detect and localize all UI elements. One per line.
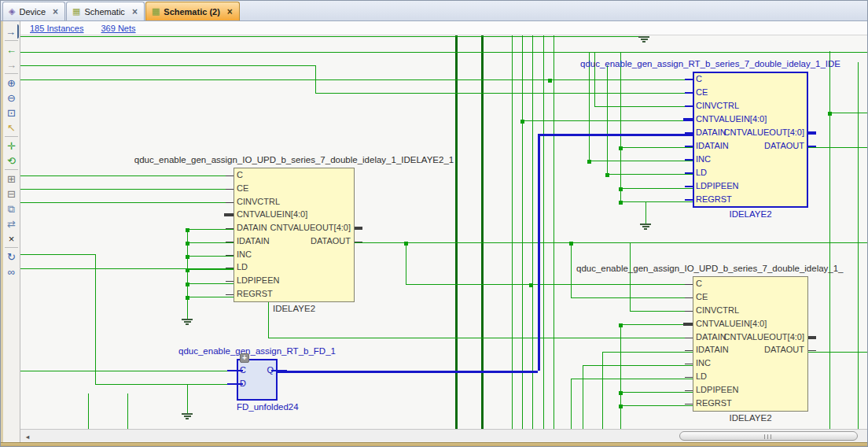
port-pin[interactable] [226,228,234,229]
port-q[interactable]: Q [237,365,274,375]
wire[interactable] [607,174,693,175]
wire[interactable] [187,242,234,243]
port-cinvctrl[interactable]: CINVCTRL [237,197,280,206]
port-c[interactable]: C [696,279,702,288]
port-pin[interactable] [808,336,816,339]
port-pin[interactable] [685,159,693,161]
wire[interactable] [602,352,693,353]
tab-schematic-2-[interactable]: ▦Schematic (2)× [145,2,240,20]
fit-selection-icon[interactable]: ✛ [4,139,19,153]
wire[interactable] [554,35,554,429]
port-cntvaluein-4-0-[interactable]: CNTVALUEIN[4:0] [696,319,767,328]
port-pin[interactable] [808,131,816,135]
port-pin[interactable] [685,105,693,107]
port-pin[interactable] [355,227,362,230]
instance-name-idelaye2-io2[interactable]: qduc_enable_gen_assign_IO_UPD_b_series_7… [576,264,868,273]
wire[interactable] [532,35,533,429]
port-cinvctrl[interactable]: CINVCTRL [696,101,739,110]
wire[interactable] [620,324,621,429]
port-pin[interactable] [226,242,234,242]
port-ldpipeen[interactable]: LDPIPEEN [696,385,738,394]
instance-name-idelaye2-rt[interactable]: qduc_enable_gen_assign_RT_b_series_7_dou… [580,59,868,68]
wire[interactable] [187,256,234,257]
port-pin[interactable] [685,146,693,147]
wire[interactable] [620,201,693,202]
port-pin[interactable] [685,284,693,285]
wire[interactable] [20,202,234,203]
wire[interactable] [187,269,234,270]
dock-icon[interactable]: → [4,24,19,39]
wire[interactable] [187,283,234,284]
port-ce[interactable]: CE [237,183,248,193]
port-pin[interactable] [226,268,234,268]
port-pin[interactable] [685,404,693,405]
port-pin[interactable] [271,370,287,371]
port-pin[interactable] [685,132,693,134]
wire[interactable] [88,393,89,429]
port-pin[interactable] [685,172,693,174]
wire[interactable] [20,371,237,371]
tab-close-icon[interactable]: × [132,6,138,17]
port-ce[interactable]: CE [696,87,708,97]
add-net-connection-icon[interactable]: ⇄ [4,216,19,231]
wire[interactable] [571,242,572,297]
instance-name-idelaye2-1[interactable]: qduc_enable_gen_assign_IO_UPD_b_series_7… [105,155,483,164]
expand-badge-icon[interactable]: + [240,353,249,363]
wire[interactable] [645,201,646,224]
wire[interactable] [187,384,188,413]
zoom-out-icon[interactable]: ⊖ [4,91,19,105]
wire[interactable] [620,52,621,201]
port-pin[interactable] [226,202,234,203]
port-pin[interactable] [683,323,693,326]
port-pin[interactable] [685,92,693,94]
regenerate-layout-icon[interactable]: ↻ [4,249,19,264]
port-pin[interactable] [226,189,234,190]
wire[interactable] [620,324,693,325]
wire[interactable] [187,297,234,297]
scrollbar-thumb[interactable] [679,431,858,441]
wire[interactable] [571,379,572,429]
port-ld[interactable]: LD [696,371,707,381]
wire[interactable] [583,365,693,366]
forward-icon[interactable]: → [4,57,19,72]
scroll-left-arrow[interactable]: ◂ [22,431,33,441]
port-cntvaluein-4-0-[interactable]: CNTVALUEIN[4:0] [237,209,307,219]
wire[interactable] [127,393,128,429]
wire[interactable] [620,147,693,148]
wire[interactable] [522,35,523,429]
port-pin[interactable] [226,281,234,282]
remove-icon[interactable]: × [4,231,19,246]
wire[interactable] [808,147,868,148]
back-icon[interactable]: ← [4,42,19,57]
port-dataout[interactable]: DATAOUT [693,345,804,354]
wire[interactable] [20,36,644,37]
wire[interactable] [607,65,608,174]
port-c[interactable]: C [237,170,243,179]
port-pin[interactable] [355,242,362,242]
tab-close-icon[interactable]: × [227,6,233,17]
horizontal-scrollbar[interactable]: ◂ [20,429,868,442]
instance-name-fd-1[interactable]: qduc_enable_gen_assign_RT_b_FD_1 [155,346,359,356]
port-inc[interactable]: INC [237,249,252,259]
wire[interactable] [481,35,484,429]
schematic-canvas[interactable]: qduc_enable_gen_assign_IO_UPD_b_series_7… [20,35,868,429]
wire[interactable] [543,35,544,429]
tab-device[interactable]: ◈Device× [2,2,65,20]
expand-cone-icon[interactable]: ⊞ [4,172,19,186]
tab-close-icon[interactable]: × [53,6,58,17]
collapse-cone-icon[interactable]: ⊟ [4,187,19,201]
port-pin[interactable] [226,255,234,256]
wire[interactable] [95,384,237,385]
port-pin[interactable] [685,350,693,351]
port-pin[interactable] [685,390,693,391]
port-pin[interactable] [808,350,816,351]
port-cinvctrl[interactable]: CINVCTRL [696,305,739,315]
port-cntvalueout-4-0-[interactable]: CNTVALUEOUT[4:0] [234,223,351,232]
port-ld[interactable]: LD [696,168,707,177]
wire[interactable] [20,65,315,66]
wire[interactable] [315,93,693,94]
nets-link[interactable]: 369 Nets [101,24,136,33]
wire[interactable] [602,352,603,429]
port-ce[interactable]: CE [696,292,708,301]
wire[interactable] [406,242,406,284]
